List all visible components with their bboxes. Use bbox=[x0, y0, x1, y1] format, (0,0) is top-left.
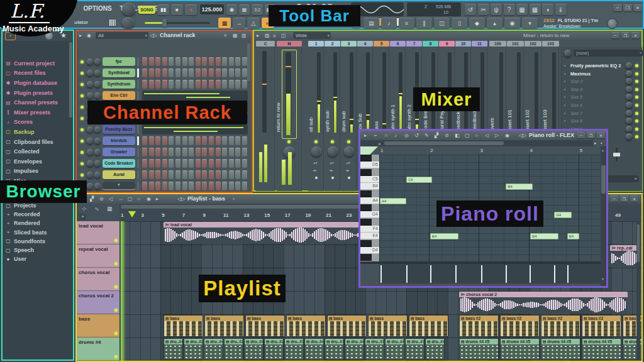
step-cell[interactable] bbox=[162, 80, 167, 89]
filter-dropdown[interactable]: All▾ bbox=[96, 32, 148, 39]
slot-enable-led[interactable] bbox=[635, 112, 638, 115]
browser-item-clipboard-files[interactable]: ▢Clipboard files bbox=[5, 138, 72, 146]
step-cell[interactable] bbox=[162, 159, 167, 168]
velocity-bar[interactable] bbox=[380, 265, 382, 283]
step-cell[interactable] bbox=[162, 148, 167, 156]
step-cell[interactable] bbox=[196, 170, 201, 179]
mixer-tab-9[interactable]: 9 bbox=[439, 41, 455, 47]
step-cell[interactable] bbox=[196, 136, 201, 145]
clip-bass[interactable]: ⊟ bass bbox=[164, 315, 203, 337]
step-cell[interactable] bbox=[149, 57, 154, 66]
zoom-tool-icon[interactable]: ○ bbox=[137, 196, 140, 202]
step-cell[interactable] bbox=[222, 159, 227, 168]
maximize-button[interactable]: ❐ bbox=[623, 4, 632, 11]
step-cell[interactable] bbox=[222, 170, 227, 179]
scroll-right-arrow[interactable]: ▸ bbox=[594, 141, 597, 146]
channel-volume-knob[interactable] bbox=[94, 160, 101, 167]
browser-item-backup[interactable]: ▢Backup bbox=[5, 128, 72, 136]
slot-mix-knob[interactable] bbox=[626, 70, 632, 77]
mixer-slot-7[interactable]: ▸Slot 7 bbox=[563, 110, 641, 117]
mixer-tab-10[interactable]: 10 bbox=[455, 41, 471, 47]
step-cell[interactable] bbox=[189, 136, 194, 145]
step-cell[interactable] bbox=[182, 136, 187, 145]
route-dot[interactable] bbox=[348, 177, 350, 179]
channel-button-Aural Psynapse[interactable]: Aural Psynapse bbox=[103, 170, 135, 179]
send-slider-handle[interactable] bbox=[613, 153, 620, 156]
step-cell[interactable] bbox=[149, 69, 154, 77]
slot-enable-led[interactable] bbox=[635, 96, 638, 99]
browser-item-recorded[interactable]: +Recorded bbox=[5, 211, 72, 218]
mixer-tab-100[interactable]: 100 bbox=[489, 41, 506, 47]
step-cell[interactable] bbox=[169, 148, 174, 156]
track-header-repeat-vocal[interactable]: repeat vocal bbox=[77, 244, 119, 268]
undo-icon[interactable]: ↺ bbox=[414, 133, 419, 138]
step-cell[interactable] bbox=[229, 57, 234, 66]
more-tools-icon[interactable]: ▸ bbox=[156, 196, 158, 202]
white-key-D4[interactable]: D4 bbox=[360, 247, 379, 254]
step-cell[interactable] bbox=[222, 57, 227, 66]
wrench-icon[interactable]: ⌐ bbox=[374, 133, 377, 138]
scroll-left-arrow[interactable]: ◂ bbox=[378, 141, 380, 146]
pattern-tool-button[interactable]: ✱ bbox=[226, 4, 237, 15]
white-key-C5[interactable]: C5 bbox=[360, 176, 379, 183]
midi-note-E4[interactable]: E4 bbox=[567, 233, 579, 239]
clip-drums[interactable]: ⊟ dru..#4 bbox=[345, 338, 364, 360]
zoom-tool-icon[interactable]: ○ bbox=[475, 133, 478, 138]
step-cell[interactable] bbox=[169, 80, 174, 89]
channel-select-strip[interactable] bbox=[137, 125, 139, 134]
step-cell[interactable] bbox=[149, 148, 154, 156]
step-cell[interactable] bbox=[162, 170, 167, 179]
slot-mix-knob[interactable] bbox=[626, 78, 632, 84]
plugin-selector-dropdown[interactable]: (none)▾ bbox=[574, 50, 643, 57]
mixer-minimize-button[interactable]: ─ bbox=[611, 32, 619, 38]
step-cell[interactable] bbox=[229, 182, 234, 190]
channel-button-Growler[interactable]: Growler bbox=[103, 148, 135, 156]
shuffle-slider-thumb[interactable] bbox=[162, 19, 167, 27]
step-cell[interactable] bbox=[229, 159, 234, 168]
minimize-button[interactable]: ─ bbox=[613, 4, 622, 11]
mixer-tab-current[interactable]: C bbox=[256, 41, 275, 47]
slot-mix-knob[interactable] bbox=[626, 110, 632, 116]
step-cell[interactable] bbox=[242, 148, 247, 156]
piano-roll-maximize-button[interactable]: ❐ bbox=[587, 132, 595, 138]
step-cell[interactable] bbox=[216, 159, 221, 168]
track-enable-led[interactable] bbox=[114, 239, 118, 242]
step-cell[interactable] bbox=[169, 182, 174, 190]
channel-pan-knob[interactable] bbox=[87, 81, 93, 87]
step-cell[interactable] bbox=[169, 136, 174, 145]
mixer-tab-4[interactable]: 4 bbox=[357, 41, 373, 47]
clip-bass-2[interactable]: ⊟ bass #2 bbox=[541, 315, 580, 337]
step-cell[interactable] bbox=[142, 159, 147, 168]
step-cell[interactable] bbox=[209, 69, 214, 77]
channel-mute-led[interactable] bbox=[80, 72, 84, 75]
white-key-D5[interactable]: D5 bbox=[360, 162, 379, 168]
step-cell[interactable] bbox=[235, 57, 240, 66]
channel-volume-knob[interactable] bbox=[94, 149, 101, 155]
step-cell[interactable] bbox=[202, 182, 207, 190]
slot-mix-knob[interactable] bbox=[626, 118, 632, 124]
piano-roll-hscroll-thumb[interactable] bbox=[384, 141, 504, 145]
mixer-slot-4[interactable]: ▸Slot 4 bbox=[563, 86, 641, 93]
step-cell[interactable] bbox=[196, 57, 201, 66]
channel-volume-knob[interactable] bbox=[94, 138, 101, 144]
metronome-icon[interactable]: △ bbox=[247, 18, 260, 28]
delete-tool-icon[interactable]: ⊘ bbox=[99, 196, 104, 202]
velocity-lane[interactable] bbox=[379, 264, 601, 283]
channel-select-strip[interactable] bbox=[137, 80, 139, 89]
touch-controller-icon[interactable]: ▴ bbox=[487, 18, 502, 28]
mixer-menu-icon[interactable]: ▸ bbox=[257, 33, 259, 38]
step-cell[interactable] bbox=[216, 57, 221, 66]
velocity-bar[interactable] bbox=[455, 265, 457, 283]
step-cell[interactable] bbox=[182, 170, 187, 179]
track-enable-led[interactable] bbox=[114, 309, 118, 312]
save-new-version-icon[interactable]: ▦ bbox=[530, 4, 541, 15]
step-cell[interactable] bbox=[209, 159, 214, 168]
step-cell[interactable] bbox=[189, 182, 194, 190]
track-header-chorus-vocal[interactable]: chorus vocal bbox=[77, 268, 119, 291]
step-cell[interactable] bbox=[162, 69, 167, 77]
step-cell[interactable] bbox=[149, 136, 154, 145]
clip-bass-2[interactable]: ⊟ bass #2 bbox=[500, 315, 540, 337]
slot-selector-knob[interactable] bbox=[564, 50, 571, 57]
delete-tool-icon[interactable]: ⊘ bbox=[445, 133, 449, 138]
step-cell[interactable] bbox=[222, 80, 227, 89]
